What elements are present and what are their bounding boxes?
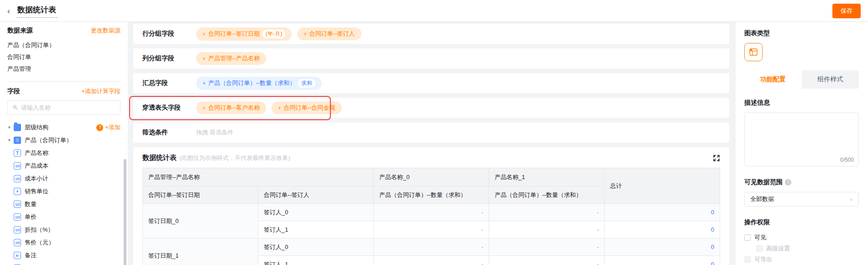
save-button[interactable]: 保存: [832, 4, 861, 18]
field-sidebar: 数据来源 更改数据源 产品（合同订单） 合同订单 产品管理 字段 +添加计算字段…: [0, 22, 128, 265]
pivot-value-cell: -: [374, 256, 489, 265]
tree-node-form[interactable]: ▼ 合同订单: [7, 262, 120, 265]
permission-exportable[interactable]: 可导出: [744, 254, 859, 265]
field-tag-label: 合同订单--签订日期: [209, 30, 260, 38]
top-bar: ‹ 数据统计表 保存: [0, 0, 868, 22]
table-preview-card: 数据统计表 (此图仅为示例样式，不代表最终展示效果) 产品管理--产品名称 产品…: [133, 147, 729, 265]
tree-field-item[interactable]: 备注: [7, 249, 120, 262]
pivot-value-cell: -: [489, 204, 605, 221]
expand-icon[interactable]: [713, 154, 720, 162]
textarea-field-icon: [14, 252, 21, 259]
tab-component-style[interactable]: 组件样式: [802, 70, 859, 89]
pivot-total-cell[interactable]: 0: [605, 238, 720, 256]
permission-label: 可导出: [754, 255, 772, 264]
config-row-label: 行分组字段: [142, 30, 196, 38]
permission-visible[interactable]: 可见: [744, 232, 859, 243]
add-hierarchy-link[interactable]: +添加: [105, 123, 120, 132]
caret-down-icon[interactable]: ▼: [7, 125, 14, 130]
tree-field-item[interactable]: 售价（元）: [7, 236, 120, 249]
chart-type-title: 图表类型: [744, 29, 859, 37]
datasource-list: 产品（合同订单） 合同订单 产品管理: [7, 39, 120, 75]
checkbox-icon[interactable]: [744, 256, 751, 263]
field-label: 成本小计: [25, 175, 48, 183]
tree-field-item[interactable]: 数量: [7, 198, 120, 211]
field-search[interactable]: 🔍︎: [7, 100, 120, 115]
description-textarea[interactable]: [745, 113, 858, 155]
tree-field-item[interactable]: 单价: [7, 211, 120, 223]
form-icon: [14, 137, 21, 144]
info-icon[interactable]: ?: [785, 179, 791, 186]
preview-title: 数据统计表: [142, 154, 177, 162]
column-group-fields-row: 列分组字段 ∨ 产品管理--产品名称: [133, 48, 729, 69]
visible-range-select[interactable]: 全部数据 ∨: [744, 192, 859, 207]
description-box: 0/500: [744, 112, 859, 166]
field-tag[interactable]: ∨ 合同订单--签订日期 (年-月): [196, 27, 292, 41]
tree-node-hierarchy[interactable]: ▼ 层级结构 ? +添加: [7, 121, 120, 134]
filter-drop-placeholder[interactable]: 拖拽 筛选条件: [196, 128, 234, 137]
settings-panel: 图表类型 功能配置 组件样式 描述信息 0/500 可见数据范围 ?: [735, 22, 868, 265]
pivot-value-cell: -: [489, 256, 605, 265]
caret-down-icon[interactable]: ▼: [7, 138, 14, 143]
tree-field-item[interactable]: 折扣（%）: [7, 223, 120, 236]
pivot-total-cell[interactable]: 0: [605, 221, 720, 238]
pivot-table-icon: [749, 48, 758, 57]
tab-function-config[interactable]: 功能配置: [744, 70, 802, 89]
datasource-item[interactable]: 产品管理: [7, 63, 120, 75]
back-icon[interactable]: ‹: [7, 7, 10, 15]
tree-node-form[interactable]: ▼ 产品（合同订单）: [7, 134, 120, 147]
checkbox-icon[interactable]: [744, 234, 751, 241]
search-input[interactable]: [21, 104, 115, 111]
change-datasource-link[interactable]: 更改数据源: [91, 26, 120, 35]
table-row: 签订日期_1 签订人_0 - - 0: [143, 238, 720, 256]
field-tag-label: 合同订单--合同金额: [284, 104, 335, 112]
field-tag[interactable]: ∨ 产品（合同订单）--数量（求和） 求和: [196, 77, 322, 90]
field-label: 单价: [25, 213, 37, 221]
config-row-label: 列分组字段: [142, 54, 196, 63]
field-label: 备注: [25, 251, 37, 260]
fields-title: 字段: [7, 87, 20, 95]
pivot-cell: 签订人_0: [258, 204, 374, 221]
number-field-icon: [14, 239, 21, 246]
field-tag[interactable]: ∨ 合同订单--客户名称: [196, 101, 266, 114]
config-row-label: 穿透表头字段: [142, 104, 196, 112]
number-field-icon: [14, 175, 21, 182]
tag-suffix-pill: (年-月): [262, 30, 285, 38]
field-tag-label: 产品管理--产品名称: [209, 54, 260, 63]
tree-field-item[interactable]: 产品名称: [7, 147, 120, 159]
permission-label: 可见: [754, 233, 766, 242]
field-tag[interactable]: ∨ 产品管理--产品名称: [196, 52, 266, 65]
field-label: 产品成本: [25, 162, 48, 170]
drill-header-fields-row: 穿透表头字段 ∨ 合同订单--客户名称 ∨ 合同订单--合同金额: [133, 98, 729, 118]
add-calc-field-link[interactable]: +添加计算字段: [81, 87, 120, 95]
folder-icon: [14, 124, 21, 131]
tree-field-item[interactable]: 产品成本: [7, 159, 120, 172]
datasource-item[interactable]: 合同订单: [7, 51, 120, 63]
pivot-total-cell[interactable]: 0: [605, 256, 720, 265]
search-icon: 🔍︎: [12, 104, 18, 111]
tree-node-label: 产品（合同订单）: [25, 136, 72, 144]
pivot-value-cell: -: [489, 238, 605, 256]
pivot-total-cell[interactable]: 0: [605, 204, 720, 221]
pivot-group-cell: 签订日期_1: [143, 238, 258, 265]
select-value: 全部数据: [750, 195, 850, 203]
number-field-icon: [14, 162, 21, 170]
field-tag[interactable]: ∨ 合同订单--签订人: [297, 27, 361, 40]
checkbox-icon[interactable]: [756, 245, 763, 252]
pivot-value-cell: -: [489, 221, 605, 238]
field-tree: ▼ 层级结构 ? +添加 ▼ 产品（合同订单） 产品名称: [7, 121, 120, 265]
page-title[interactable]: 数据统计表: [16, 4, 57, 18]
sidebar-scrollbar[interactable]: [124, 159, 126, 265]
chevron-down-icon: ∨: [303, 32, 307, 36]
tree-field-item[interactable]: 销售单位: [7, 185, 120, 198]
tree-field-item[interactable]: 成本小计: [7, 172, 120, 185]
preview-subtitle: (此图仅为示例样式，不代表最终展示效果): [179, 154, 290, 162]
chart-type-pivot-button[interactable]: [744, 43, 763, 61]
field-tag[interactable]: ∨ 合同订单--合同金额: [272, 101, 341, 114]
pivot-value-cell: -: [374, 204, 489, 221]
chevron-down-icon: ∨: [203, 81, 206, 85]
permission-visible-advanced[interactable]: 高级设置: [744, 243, 859, 254]
visible-range-title: 可见数据范围: [744, 178, 783, 186]
field-label: 产品名称: [25, 149, 48, 157]
help-icon[interactable]: ?: [96, 124, 103, 131]
datasource-item[interactable]: 产品（合同订单）: [7, 39, 120, 51]
